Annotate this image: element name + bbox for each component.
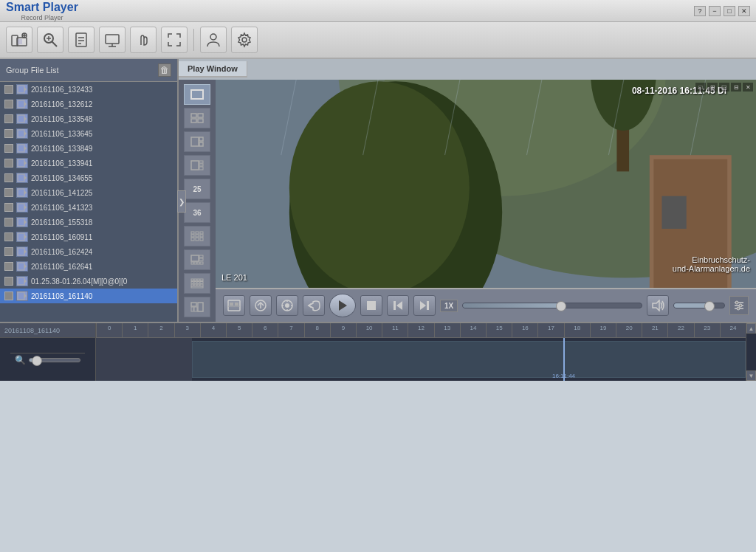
help-button[interactable]: ?: [694, 6, 706, 16]
file-checkbox[interactable]: [4, 173, 13, 182]
file-item[interactable]: 20161106_133548: [0, 111, 177, 126]
svg-rect-19: [18, 86, 24, 93]
video-container[interactable]: 08-11-2016 16:11:45 Di LE 201 Einbruchsc…: [216, 80, 756, 288]
ruler-mark: 1: [122, 323, 148, 337]
vo-icon-close[interactable]: ✕: [743, 83, 753, 92]
file-checkbox[interactable]: [4, 85, 13, 94]
screen-button[interactable]: [99, 27, 126, 53]
file-checkbox[interactable]: [4, 114, 13, 123]
file-item[interactable]: 20161106_132612: [0, 97, 177, 111]
minimize-button[interactable]: −: [709, 6, 721, 16]
zoom-slider[interactable]: [29, 358, 80, 362]
play-window-tab[interactable]: Play Window: [179, 61, 247, 77]
file-checkbox[interactable]: [4, 129, 13, 138]
file-checkbox[interactable]: [4, 144, 13, 153]
play-window-header: Play Window: [179, 59, 756, 80]
svg-marker-133: [420, 301, 426, 310]
view-13-button[interactable]: [184, 249, 210, 270]
file-item[interactable]: 20161108_161140: [0, 289, 177, 303]
view-2x2-button[interactable]: [184, 108, 210, 128]
progress-bar[interactable]: [462, 303, 642, 308]
view-25-button[interactable]: 25: [184, 179, 210, 199]
rewind-icon: [307, 299, 320, 312]
file-item[interactable]: 20161106_133941: [0, 156, 177, 170]
svg-rect-55: [199, 137, 203, 141]
file-name: 20161106_133849: [31, 145, 92, 153]
progress-fill: [463, 303, 561, 308]
file-checkbox[interactable]: [4, 188, 13, 197]
delete-button[interactable]: 🗑: [158, 63, 171, 77]
prev-frame-button[interactable]: [387, 295, 409, 316]
search-button[interactable]: [37, 27, 63, 53]
file-item[interactable]: 20161106_133849: [0, 141, 177, 156]
view-9-button[interactable]: [184, 226, 210, 246]
stop-button[interactable]: [360, 295, 382, 316]
file-item[interactable]: 20161106_141323: [0, 200, 177, 215]
svg-rect-130: [394, 301, 396, 310]
zoom-thumb[interactable]: [32, 356, 42, 366]
view-8-button[interactable]: [184, 155, 210, 176]
file-item[interactable]: 20161106_134655: [0, 170, 177, 185]
file-checkbox[interactable]: [4, 159, 13, 168]
file-item[interactable]: 20161106_162424: [0, 244, 177, 259]
view-16-button[interactable]: [184, 273, 210, 294]
file-item[interactable]: 20161106_162641: [0, 259, 177, 274]
svg-rect-21: [18, 100, 24, 108]
view-36-button[interactable]: 36: [184, 202, 210, 223]
fullscreen-button[interactable]: [161, 27, 188, 53]
sidebar-collapse-button[interactable]: ❯: [177, 190, 186, 213]
view-custom-button[interactable]: [184, 297, 210, 317]
file-item[interactable]: 20161106_141225: [0, 185, 177, 200]
next-frame-button[interactable]: [413, 295, 436, 316]
ruler-mark: 21: [642, 323, 667, 337]
progress-thumb[interactable]: [556, 301, 566, 311]
mute-button[interactable]: [647, 295, 669, 316]
maximize-button[interactable]: □: [724, 6, 735, 16]
file-checkbox[interactable]: [4, 203, 13, 212]
file-checkbox[interactable]: [4, 218, 13, 227]
file-item[interactable]: 20161106_155318: [0, 215, 177, 230]
svg-rect-72: [199, 258, 203, 261]
file-item[interactable]: 20161106_133645: [0, 126, 177, 141]
open-file-icon: [11, 32, 27, 47]
close-button[interactable]: ✕: [738, 6, 750, 16]
file-checkbox[interactable]: [4, 262, 13, 271]
scroll-up-button[interactable]: ▲: [746, 323, 756, 334]
zoom-out-icon[interactable]: 🔍: [15, 355, 26, 365]
file-checkbox[interactable]: [4, 277, 13, 286]
fullscreen-icon: [166, 32, 182, 48]
clip-button[interactable]: [68, 27, 94, 53]
file-checkbox[interactable]: [4, 232, 13, 241]
settings-button[interactable]: [231, 27, 258, 53]
svg-marker-134: [653, 300, 659, 311]
volume-thumb[interactable]: [704, 301, 715, 311]
eq-icon: [733, 300, 745, 311]
clip-control-button[interactable]: [223, 295, 245, 316]
file-item[interactable]: 20161106_160911: [0, 230, 177, 244]
play-button[interactable]: [329, 294, 356, 317]
file-checkbox[interactable]: [4, 291, 13, 300]
volume-slider[interactable]: [673, 303, 725, 308]
sync-button[interactable]: [250, 295, 272, 316]
svg-rect-45: [18, 277, 24, 285]
view-6-button[interactable]: [184, 131, 210, 152]
person-button[interactable]: [200, 27, 227, 53]
scroll-down-button[interactable]: ▼: [746, 370, 756, 381]
ruler-mark: 24: [720, 323, 746, 337]
view-1x1-button[interactable]: [184, 84, 210, 105]
equalizer-button[interactable]: [729, 296, 749, 315]
file-checkbox[interactable]: [4, 247, 13, 256]
open-file-button[interactable]: [6, 27, 32, 53]
file-item[interactable]: 01.25.38-01.26.04[M][0@0][0: [0, 274, 177, 289]
hand-button[interactable]: [130, 27, 157, 53]
record-button[interactable]: [276, 295, 298, 316]
file-icon: [16, 99, 28, 109]
timeline-track[interactable]: 16:11:44: [192, 338, 746, 381]
rewind-button[interactable]: [303, 295, 325, 316]
file-name: 20161106_141323: [31, 204, 92, 212]
svg-rect-88: [200, 284, 203, 286]
file-item[interactable]: 20161106_132433: [0, 82, 177, 97]
file-checkbox[interactable]: [4, 100, 13, 108]
svg-rect-56: [199, 142, 203, 146]
file-name: 20161108_161140: [31, 292, 92, 300]
